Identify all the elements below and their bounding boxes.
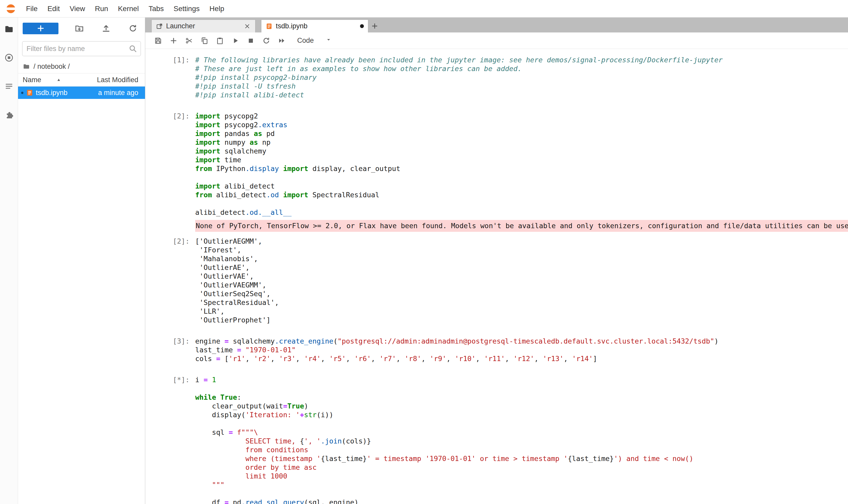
add-cell-icon[interactable] (168, 35, 179, 46)
file-filter-input[interactable] (22, 41, 141, 56)
jupyter-logo (5, 3, 17, 15)
menu-settings[interactable]: Settings (169, 0, 204, 17)
running-kernels-icon[interactable] (4, 53, 14, 63)
stop-icon[interactable] (245, 35, 256, 46)
file-filter (22, 41, 141, 56)
code-cell[interactable]: [*]:i = 1 while True: clear_output(wait=… (145, 376, 848, 504)
table-of-contents-icon[interactable] (4, 81, 14, 91)
tab-launcher[interactable]: Launcher (151, 20, 255, 33)
left-sidebar-strip (0, 18, 18, 504)
close-icon[interactable] (243, 22, 251, 30)
upload-icon[interactable] (100, 22, 112, 34)
tab-label: tsdb.ipynb (276, 22, 307, 30)
copy-icon[interactable] (199, 35, 210, 46)
breadcrumb-path: / notebook / (34, 62, 70, 71)
output-text: ['OutlierAEGMM', 'IForest', 'Mahalanobis… (195, 237, 848, 324)
cell-prompt: [*]: (145, 376, 195, 504)
cut-icon[interactable] (183, 35, 195, 46)
cell-output-stderr: None of PyTorch, TensorFlow >= 2.0, or F… (145, 220, 848, 232)
cell-prompt: [2]: (145, 112, 195, 217)
new-folder-icon[interactable] (73, 22, 85, 34)
breadcrumb[interactable]: / notebook / (18, 60, 145, 73)
menu-kernel[interactable]: Kernel (113, 0, 144, 17)
file-browser-panel: / notebook / Name Last Modified tsdb.ipy… (18, 18, 145, 504)
open-file-dot (21, 92, 23, 94)
paste-icon[interactable] (214, 35, 225, 46)
code-editor[interactable]: engine = sqlalchemy.create_engine("postg… (195, 337, 848, 363)
main-area: Launcher tsdb.ipynb (145, 18, 848, 504)
refresh-icon[interactable] (127, 22, 139, 34)
stderr-message: None of PyTorch, TensorFlow >= 2.0, or F… (195, 220, 848, 232)
menu-help[interactable]: Help (204, 0, 229, 17)
menu-run[interactable]: Run (90, 0, 113, 17)
caret-down-icon (325, 36, 332, 45)
menu-bar: File Edit View Run Kernel Tabs Settings … (0, 0, 848, 18)
notebook-toolbar: Code (145, 33, 848, 49)
menu-tabs[interactable]: Tabs (144, 0, 169, 17)
folder-icon (23, 62, 30, 70)
run-icon[interactable] (230, 35, 241, 46)
notebook-icon (266, 23, 273, 30)
extensions-icon[interactable] (4, 110, 14, 120)
file-row-tsdb[interactable]: tsdb.ipynb a minute ago (18, 87, 145, 99)
notebook-file-icon (26, 89, 34, 96)
menu-view[interactable]: View (65, 0, 90, 17)
code-cell[interactable]: [3]:engine = sqlalchemy.create_engine("p… (145, 337, 848, 363)
dirty-dot (360, 24, 364, 28)
file-modified: a minute ago (98, 89, 138, 97)
code-cell[interactable]: [1]:# The following libraries have alrea… (145, 56, 848, 100)
save-icon[interactable] (152, 35, 164, 46)
code-editor[interactable]: # The following libraries have already b… (195, 56, 848, 100)
cell-output: [2]:['OutlierAEGMM', 'IForest', 'Mahalan… (145, 237, 848, 324)
file-name: tsdb.ipynb (36, 89, 68, 97)
code-editor[interactable]: i = 1 while True: clear_output(wait=True… (195, 376, 848, 504)
file-browser-toolbar (18, 18, 145, 39)
notebook-cells: [1]:# The following libraries have alrea… (145, 49, 848, 504)
column-name[interactable]: Name (23, 76, 41, 84)
files-icon[interactable] (4, 24, 14, 34)
cell-prompt: [3]: (145, 337, 195, 363)
run-all-icon[interactable] (276, 35, 287, 46)
cell-prompt: [2]: (145, 237, 195, 324)
sort-asc-icon[interactable] (56, 77, 61, 83)
launcher-icon (156, 23, 163, 30)
search-icon (128, 44, 138, 55)
column-last-modified[interactable]: Last Modified (97, 76, 138, 84)
menu-file[interactable]: File (21, 0, 42, 17)
tab-bar: Launcher tsdb.ipynb (145, 18, 848, 33)
restart-icon[interactable] (260, 35, 272, 46)
cell-type-dropdown[interactable]: Code (297, 36, 332, 45)
file-list-headers: Name Last Modified (18, 73, 145, 87)
code-cell[interactable]: [2]:import psycopg2import psycopg2.extra… (145, 112, 848, 217)
menu-edit[interactable]: Edit (42, 0, 65, 17)
add-tab-icon[interactable] (368, 20, 381, 33)
cell-prompt (145, 220, 195, 232)
cell-prompt: [1]: (145, 56, 195, 100)
tab-label: Launcher (166, 22, 195, 30)
code-editor[interactable]: import psycopg2import psycopg2.extrasimp… (195, 112, 848, 217)
cell-type-value: Code (297, 37, 314, 44)
tab-tsdb-notebook[interactable]: tsdb.ipynb (261, 20, 368, 33)
new-launcher-button[interactable] (23, 23, 58, 34)
